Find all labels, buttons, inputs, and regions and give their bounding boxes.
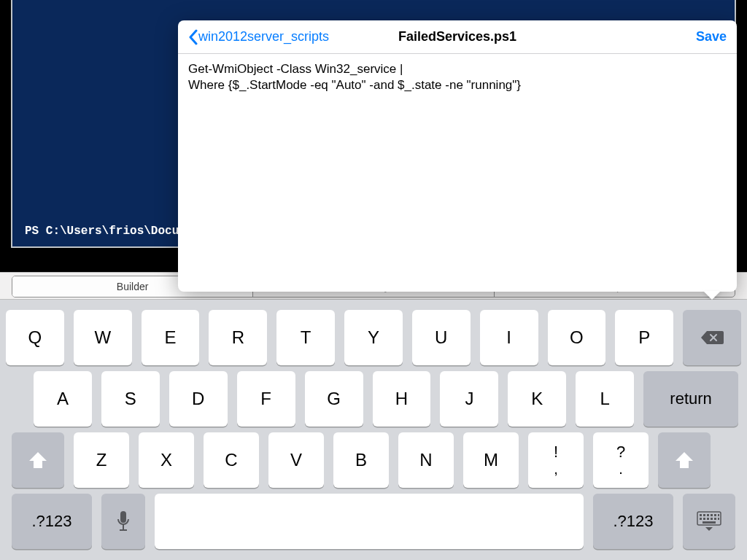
popover-arrow [703, 291, 721, 300]
svg-rect-12 [700, 518, 702, 520]
key-j[interactable]: J [440, 371, 498, 427]
svg-rect-13 [703, 518, 705, 520]
key-t[interactable]: T [276, 310, 335, 365]
save-button[interactable]: Save [696, 29, 727, 44]
key-exclaim-bot: , [554, 462, 558, 476]
svg-rect-11 [718, 514, 719, 516]
key-hide-keyboard[interactable] [683, 494, 735, 549]
key-shift-right[interactable] [658, 432, 711, 488]
key-shift-left[interactable] [12, 432, 64, 488]
key-w[interactable]: W [74, 310, 132, 365]
svg-rect-14 [707, 518, 709, 520]
key-f[interactable]: F [237, 371, 295, 427]
popover-header: win2012server_scripts FailedServices.ps1… [178, 20, 737, 54]
code-line-2: Where {$_.StartMode -eq "Auto" -and $_.s… [188, 78, 521, 92]
keyboard-row-2: A S D F G H J K L return [0, 371, 747, 427]
hide-keyboard-icon [697, 511, 721, 532]
svg-rect-9 [711, 514, 713, 516]
key-v[interactable]: V [268, 432, 324, 488]
svg-rect-8 [707, 514, 709, 516]
key-l[interactable]: L [576, 371, 634, 427]
svg-rect-2 [120, 511, 126, 523]
svg-rect-18 [703, 521, 716, 524]
key-c[interactable]: C [204, 432, 259, 488]
key-question-period[interactable]: ? . [593, 432, 649, 488]
key-i[interactable]: I [480, 310, 538, 365]
key-s[interactable]: S [101, 371, 160, 427]
svg-rect-7 [703, 514, 705, 516]
key-g[interactable]: G [305, 371, 363, 427]
keyboard-row-3: Z X C V B N M ! , ? . [0, 432, 747, 488]
terminal-prompt: PS C:\Users\frios\Docume [25, 225, 193, 238]
key-numbers-right[interactable]: .?123 [593, 494, 673, 549]
key-q[interactable]: Q [6, 310, 64, 365]
key-dictation[interactable] [101, 494, 145, 549]
svg-rect-10 [714, 514, 716, 516]
key-exclaim-top: ! [554, 444, 558, 460]
key-e[interactable]: E [142, 310, 200, 365]
key-r[interactable]: R [209, 310, 267, 365]
key-question-bot: . [619, 462, 623, 476]
backspace-icon [700, 330, 724, 346]
key-h[interactable]: H [373, 371, 431, 427]
keyboard-row-4: .?123 .?123 [0, 494, 747, 549]
code-line-1: Get-WmiObject -Class Win32_service | [188, 62, 403, 76]
key-b[interactable]: B [333, 432, 389, 488]
key-numbers-left[interactable]: .?123 [12, 494, 92, 549]
key-z[interactable]: Z [74, 432, 129, 488]
key-m[interactable]: M [463, 432, 519, 488]
key-space[interactable] [155, 494, 584, 549]
key-exclaim-comma[interactable]: ! , [528, 432, 584, 488]
key-o[interactable]: O [548, 310, 606, 365]
script-editor-popover: win2012server_scripts FailedServices.ps1… [178, 20, 737, 292]
code-editor[interactable]: Get-WmiObject -Class Win32_service | Whe… [178, 54, 737, 101]
microphone-icon [116, 510, 131, 532]
shift-icon [675, 451, 694, 469]
svg-rect-6 [700, 514, 702, 516]
back-button[interactable]: win2012server_scripts [188, 29, 329, 45]
key-d[interactable]: D [169, 371, 228, 427]
key-backspace[interactable] [683, 310, 741, 365]
key-question-top: ? [616, 444, 625, 460]
keyboard-row-1: Q W E R T Y U I O P [0, 310, 747, 365]
shift-icon [28, 451, 47, 469]
key-u[interactable]: U [412, 310, 471, 365]
svg-rect-16 [714, 518, 716, 520]
back-label: win2012server_scripts [198, 29, 329, 44]
key-p[interactable]: P [615, 310, 673, 365]
key-n[interactable]: N [398, 432, 454, 488]
chevron-left-icon [188, 29, 198, 45]
tab-builder-label: Builder [117, 281, 149, 292]
key-a[interactable]: A [34, 371, 92, 427]
svg-marker-19 [705, 527, 713, 531]
svg-rect-15 [711, 518, 713, 520]
key-return[interactable]: return [643, 371, 738, 427]
onscreen-keyboard: Q W E R T Y U I O P A S D F G H J K [0, 300, 747, 560]
key-x[interactable]: X [139, 432, 194, 488]
key-y[interactable]: Y [344, 310, 403, 365]
key-k[interactable]: K [508, 371, 566, 427]
svg-rect-17 [718, 518, 719, 520]
